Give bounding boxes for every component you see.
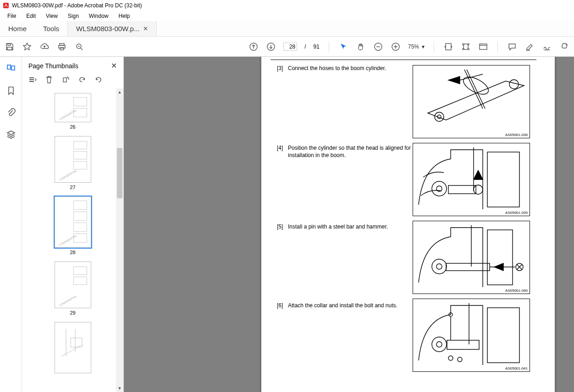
print-icon[interactable] bbox=[57, 42, 67, 52]
bookmark-nav-icon[interactable] bbox=[6, 85, 17, 96]
thumbnail-27[interactable]: CONFIDENTIAL bbox=[55, 136, 91, 183]
thumbnail-28-label: 28 bbox=[22, 250, 123, 255]
zoom-out-icon[interactable] bbox=[373, 42, 383, 52]
svg-rect-25 bbox=[29, 79, 34, 80]
hand-tool-icon[interactable] bbox=[356, 42, 366, 52]
thumbnail-30[interactable] bbox=[55, 322, 91, 373]
attachments-nav-icon[interactable] bbox=[6, 107, 17, 118]
svg-line-32 bbox=[464, 70, 483, 109]
document-area[interactable]: [3] Connect the hoses to the boom cylind… bbox=[124, 57, 574, 392]
thumbnail-27-label: 27 bbox=[22, 185, 123, 190]
figure-5: AS05001-040 bbox=[413, 221, 530, 294]
thumbnail-29[interactable]: CONFIDENTIAL bbox=[55, 261, 91, 308]
figure-5-label: AS05001-040 bbox=[505, 289, 528, 293]
scrollbar-thumb[interactable] bbox=[117, 148, 122, 198]
step-5-number: [5] bbox=[277, 223, 283, 230]
svg-line-30 bbox=[61, 345, 82, 356]
save-icon[interactable] bbox=[5, 42, 15, 52]
toolbar: / 91 75%▾ bbox=[0, 37, 574, 57]
thumb-rotate-icon[interactable] bbox=[61, 75, 71, 85]
svg-rect-45 bbox=[487, 230, 513, 285]
svg-rect-2 bbox=[7, 47, 12, 50]
step-3-number: [3] bbox=[277, 65, 283, 71]
select-tool-icon[interactable] bbox=[338, 42, 348, 52]
layers-nav-icon[interactable] bbox=[6, 129, 17, 140]
stamp-icon[interactable] bbox=[559, 42, 569, 52]
figure-4-label: AS05001-039 bbox=[505, 211, 528, 215]
svg-rect-16 bbox=[446, 44, 451, 50]
thumb-undo-icon[interactable] bbox=[77, 75, 87, 85]
tab-tools[interactable]: Tools bbox=[35, 21, 67, 36]
find-icon[interactable] bbox=[74, 42, 84, 52]
fit-width-icon[interactable] bbox=[443, 42, 453, 52]
tab-document[interactable]: WLSM0803-00W.p... ✕ bbox=[67, 21, 157, 36]
thumbnail-29-label: 29 bbox=[22, 310, 123, 316]
thumbnail-28[interactable]: CONFIDENTIAL bbox=[55, 196, 91, 248]
svg-point-44 bbox=[474, 185, 483, 194]
scroll-down-icon[interactable]: ▼ bbox=[116, 385, 123, 392]
thumbnail-26[interactable]: CONFIDENTIAL bbox=[55, 93, 91, 122]
page-up-icon[interactable] bbox=[248, 42, 259, 52]
highlight-icon[interactable] bbox=[524, 42, 535, 52]
tab-home[interactable]: Home bbox=[0, 21, 35, 36]
svg-rect-60 bbox=[447, 340, 479, 349]
svg-rect-18 bbox=[480, 44, 487, 49]
figure-4: AS05001-039 bbox=[413, 143, 530, 216]
star-icon[interactable] bbox=[22, 42, 32, 52]
read-mode-icon[interactable] bbox=[478, 42, 488, 52]
menu-view[interactable]: View bbox=[41, 12, 62, 20]
page-number-input[interactable] bbox=[283, 43, 297, 51]
zoom-in-icon[interactable] bbox=[391, 42, 401, 52]
svg-point-59 bbox=[436, 342, 442, 347]
menu-file[interactable]: File bbox=[3, 12, 21, 20]
svg-point-35 bbox=[435, 112, 444, 121]
svg-rect-54 bbox=[487, 308, 519, 363]
menu-sign[interactable]: Sign bbox=[63, 12, 83, 20]
step-6-text: Attach the collar and install the bolt a… bbox=[288, 302, 412, 310]
thumbnails-nav-icon[interactable] bbox=[6, 63, 17, 74]
svg-rect-1 bbox=[8, 44, 11, 45]
page-total: 91 bbox=[314, 44, 320, 50]
zoom-value: 75% bbox=[408, 44, 419, 50]
zoom-select[interactable]: 75%▾ bbox=[408, 44, 425, 50]
step-3-text: Connect the hoses to the boom cylinder. bbox=[288, 65, 412, 72]
page-separator: / bbox=[304, 44, 306, 50]
svg-rect-26 bbox=[29, 81, 34, 82]
document-page: [3] Connect the hoses to the boom cylind… bbox=[261, 57, 555, 392]
thumbnails-close-icon[interactable]: ✕ bbox=[111, 61, 117, 70]
sign-icon[interactable] bbox=[542, 42, 552, 52]
svg-point-37 bbox=[509, 80, 519, 89]
page-rule bbox=[270, 60, 536, 60]
step-5-text: Install a pin with a steel bar and hamme… bbox=[288, 223, 412, 231]
comment-icon[interactable] bbox=[507, 42, 517, 52]
thumbnails-title: Page Thumbnails bbox=[28, 62, 78, 70]
svg-point-62 bbox=[458, 357, 462, 362]
thumbnails-scrollbar[interactable]: ▲ ▼ bbox=[116, 88, 123, 392]
scroll-up-icon[interactable]: ▲ bbox=[116, 88, 123, 96]
svg-rect-43 bbox=[448, 185, 476, 194]
figure-3-label: AS05001-038 bbox=[505, 133, 528, 137]
step-6-number: [6] bbox=[277, 302, 283, 309]
thumbnails-toolbar bbox=[22, 73, 123, 88]
cloud-share-icon[interactable] bbox=[39, 42, 50, 52]
acrobat-icon bbox=[3, 2, 9, 9]
tab-close-icon[interactable]: ✕ bbox=[143, 25, 148, 32]
window-title: WLSM0803-00W.pdf - Adobe Acrobat Pro DC … bbox=[12, 2, 142, 9]
svg-rect-22 bbox=[7, 65, 11, 69]
thumb-delete-icon[interactable] bbox=[44, 75, 54, 85]
svg-line-7 bbox=[81, 48, 83, 50]
thumb-options-icon[interactable] bbox=[28, 75, 38, 85]
tab-document-label: WLSM0803-00W.p... bbox=[76, 25, 139, 33]
svg-point-61 bbox=[448, 356, 453, 360]
fit-page-icon[interactable] bbox=[461, 42, 471, 52]
menu-window[interactable]: Window bbox=[84, 12, 113, 20]
step-4-number: [4] bbox=[277, 145, 283, 151]
thumb-redo-icon[interactable] bbox=[94, 75, 104, 85]
menu-edit[interactable]: Edit bbox=[22, 12, 40, 20]
step-4-text: Position the cylinder so that the head i… bbox=[288, 145, 412, 159]
menu-help[interactable]: Help bbox=[114, 12, 135, 20]
page-down-icon[interactable] bbox=[266, 42, 276, 52]
svg-point-41 bbox=[432, 181, 447, 196]
svg-rect-39 bbox=[487, 152, 519, 207]
figure-6: AS05001-041 bbox=[413, 299, 530, 372]
